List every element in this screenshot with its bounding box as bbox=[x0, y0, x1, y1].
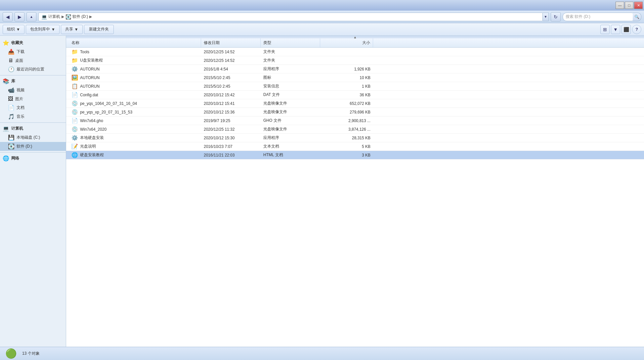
sidebar-library-header[interactable]: 📚 库 bbox=[0, 77, 66, 86]
status-bar: 🟢 13 个对象 bbox=[0, 347, 644, 360]
sidebar-network-header[interactable]: 🌐 网络 bbox=[0, 154, 66, 163]
file-name-hdtutorial: 🌐 硬盘安装教程 bbox=[69, 152, 201, 158]
file-size-config: 36 KB bbox=[320, 93, 373, 97]
pictures-label: 图片 bbox=[15, 96, 23, 102]
minimize-button[interactable]: — bbox=[616, 2, 624, 9]
file-type-autorun-ico: 图标 bbox=[261, 75, 320, 80]
new-folder-button[interactable]: 新建文件夹 bbox=[84, 25, 114, 34]
back-button[interactable]: ◀ bbox=[3, 12, 13, 22]
drive-c-label: 本地磁盘 (C:) bbox=[17, 135, 40, 140]
forward-button[interactable]: ▶ bbox=[15, 12, 24, 22]
include-library-label: 包含到库中 bbox=[30, 26, 50, 32]
sidebar-item-drive-c[interactable]: 💾 本地磁盘 (C:) bbox=[0, 133, 66, 142]
favorites-icon: ⭐ bbox=[3, 40, 9, 46]
sidebar-item-downloads[interactable]: 📥 下载 bbox=[0, 47, 66, 56]
sidebar-section-computer: 💻 计算机 💾 本地磁盘 (C:) 💽 软件 (D:) bbox=[0, 124, 66, 151]
sidebar-item-recent[interactable]: 🕐 最近访问的位置 bbox=[0, 65, 66, 74]
table-row[interactable]: 📁 U盘安装教程 2020/12/25 14:52 文件夹 bbox=[66, 56, 644, 65]
sidebar-favorites-header[interactable]: ⭐ 收藏夹 bbox=[0, 38, 66, 47]
status-icon: 🟢 bbox=[5, 348, 17, 359]
file-type-win72020: 光盘映像文件 bbox=[261, 126, 320, 132]
include-library-arrow-icon: ▼ bbox=[51, 27, 55, 32]
title-bar-buttons: — □ ✕ bbox=[616, 2, 643, 9]
sidebar-item-music[interactable]: 🎵 音乐 bbox=[0, 112, 66, 121]
table-row[interactable]: 💿 Win7x64_2020 2020/12/25 11:32 光盘映像文件 3… bbox=[66, 125, 644, 134]
file-date-disknote: 2016/10/23 7:07 bbox=[201, 144, 261, 149]
sidebar-item-drive-d[interactable]: 💽 软件 (D:) bbox=[0, 142, 66, 151]
file-name-pe1064: 💿 pe_yqs_1064_20_07_31_16_04 bbox=[69, 100, 201, 107]
maximize-button[interactable]: □ bbox=[625, 2, 633, 9]
iso-icon: 💿 bbox=[71, 100, 78, 107]
organize-label: 组织 bbox=[7, 26, 15, 32]
column-header-type[interactable]: 类型 bbox=[261, 38, 320, 47]
file-date-autorun-app: 2016/1/8 4:54 bbox=[201, 67, 261, 71]
table-row[interactable]: 💿 pe_yqs_1064_20_07_31_16_04 2020/10/12 … bbox=[66, 99, 644, 108]
sidebar-section-favorites: ⭐ 收藏夹 📥 下载 🖥 桌面 🕐 最近访问的位置 bbox=[0, 38, 66, 74]
file-size-pexp: 279,696 KB bbox=[320, 110, 373, 114]
up-button[interactable]: ▲ bbox=[26, 12, 36, 22]
file-name-localhdd: ⚙️ 本地硬盘安装 bbox=[69, 135, 201, 141]
music-icon: 🎵 bbox=[8, 113, 15, 120]
address-path[interactable]: 💻 计算机 ▶ 💽 软件 (D:) ▶ bbox=[38, 13, 543, 21]
table-row[interactable]: 💿 pe_yqs_xp_20_07_31_15_53 2020/10/12 15… bbox=[66, 108, 644, 116]
table-row[interactable]: 📋 AUTORUN 2015/5/10 2:45 安装信息 1 KB bbox=[66, 82, 644, 91]
file-date-tools: 2020/12/25 14:52 bbox=[201, 50, 261, 54]
file-type-tools: 文件夹 bbox=[261, 49, 320, 55]
file-list-container: ▲ 名称 修改日期 类型 大小 📁 Tools 2020/12/25 14:52… bbox=[66, 36, 644, 347]
table-row[interactable]: 🌐 硬盘安装教程 2016/11/21 22:03 HTML 文档 3 KB bbox=[66, 151, 644, 159]
organize-button[interactable]: 组织 ▼ bbox=[3, 25, 24, 34]
sidebar-section-library: 📚 库 📹 视频 🖼 图片 📄 文档 🎵 音乐 bbox=[0, 77, 66, 121]
column-header-name[interactable]: 名称 bbox=[69, 38, 201, 47]
table-row[interactable]: 📄 Config.dat 2020/10/12 15:42 DAT 文件 36 … bbox=[66, 91, 644, 99]
table-row[interactable]: 📄 Win7x64.gho 2019/9/7 19:25 GHO 文件 2,90… bbox=[66, 116, 644, 125]
downloads-label: 下载 bbox=[17, 49, 24, 55]
file-type-pexp: 光盘映像文件 bbox=[261, 109, 320, 115]
library-icon: 📚 bbox=[3, 78, 9, 84]
close-button[interactable]: ✕ bbox=[634, 2, 643, 9]
search-button[interactable]: 🔍 bbox=[633, 13, 641, 21]
dat-icon: 📄 bbox=[71, 92, 78, 98]
sidebar-item-videos[interactable]: 📹 视频 bbox=[0, 86, 66, 95]
sidebar-computer-header[interactable]: 💻 计算机 bbox=[0, 124, 66, 133]
music-label: 音乐 bbox=[17, 114, 24, 119]
column-header-size[interactable]: 大小 bbox=[320, 38, 373, 47]
path-separator-2: ▶ bbox=[89, 15, 92, 19]
file-name-pexp: 💿 pe_yqs_xp_20_07_31_15_53 bbox=[69, 109, 201, 115]
help-button[interactable]: ? bbox=[632, 25, 641, 34]
table-row[interactable]: ⚙️ 本地硬盘安装 2020/10/12 15:30 应用程序 28,315 K… bbox=[66, 134, 644, 142]
share-label: 共享 bbox=[65, 26, 73, 32]
column-header-date[interactable]: 修改日期 bbox=[201, 38, 261, 47]
file-type-disknote: 文本文档 bbox=[261, 144, 320, 149]
iso-icon: 💿 bbox=[71, 109, 78, 115]
ico-icon: 🖼️ bbox=[71, 74, 78, 81]
refresh-button[interactable]: ↻ bbox=[551, 12, 561, 22]
table-row[interactable]: ⚙️ AUTORUN 2016/1/8 4:54 应用程序 1,926 KB bbox=[66, 65, 644, 73]
file-date-config: 2020/10/12 15:42 bbox=[201, 93, 261, 97]
html-icon: 🌐 bbox=[71, 152, 78, 158]
table-row[interactable]: 🖼️ AUTORUN 2015/5/10 2:45 图标 10 KB bbox=[66, 73, 644, 82]
preview-pane-button[interactable]: ⬛ bbox=[622, 25, 631, 34]
search-box[interactable]: 搜索 软件 (D:) bbox=[563, 13, 635, 21]
file-date-win7gho: 2019/9/7 19:25 bbox=[201, 118, 261, 123]
table-row[interactable]: 📝 光盘说明 2016/10/23 7:07 文本文档 5 KB bbox=[66, 142, 644, 151]
sidebar-item-desktop[interactable]: 🖥 桌面 bbox=[0, 56, 66, 65]
sidebar: ⭐ 收藏夹 📥 下载 🖥 桌面 🕐 最近访问的位置 📚 库 bbox=[0, 36, 66, 347]
table-row[interactable]: 📁 Tools 2020/12/25 14:52 文件夹 bbox=[66, 48, 644, 56]
sidebar-item-pictures[interactable]: 🖼 图片 bbox=[0, 95, 66, 103]
file-name-disknote: 📝 光盘说明 bbox=[69, 143, 201, 150]
share-button[interactable]: 共享 ▼ bbox=[61, 25, 83, 34]
desktop-label: 桌面 bbox=[15, 58, 23, 64]
file-size-autorun-app: 1,926 KB bbox=[320, 67, 373, 71]
file-date-win72020: 2020/12/25 11:32 bbox=[201, 127, 261, 132]
sidebar-item-documents[interactable]: 📄 文档 bbox=[0, 103, 66, 112]
include-library-button[interactable]: 包含到库中 ▼ bbox=[26, 25, 60, 34]
exe-icon: ⚙️ bbox=[71, 66, 78, 72]
path-dropdown-button[interactable]: ▼ bbox=[543, 13, 549, 21]
folder-icon: 📁 bbox=[71, 57, 78, 64]
file-date-pexp: 2020/10/12 15:36 bbox=[201, 110, 261, 114]
toolbar: 组织 ▼ 包含到库中 ▼ 共享 ▼ 新建文件夹 ⊞ ▼ ⬛ ? bbox=[0, 23, 644, 36]
view-button[interactable]: ⊞ bbox=[600, 25, 610, 34]
file-date-localhdd: 2020/10/12 15:30 bbox=[201, 136, 261, 140]
view-dropdown-button[interactable]: ▼ bbox=[611, 25, 620, 34]
toolbar-right: ⊞ ▼ ⬛ ? bbox=[600, 25, 641, 34]
